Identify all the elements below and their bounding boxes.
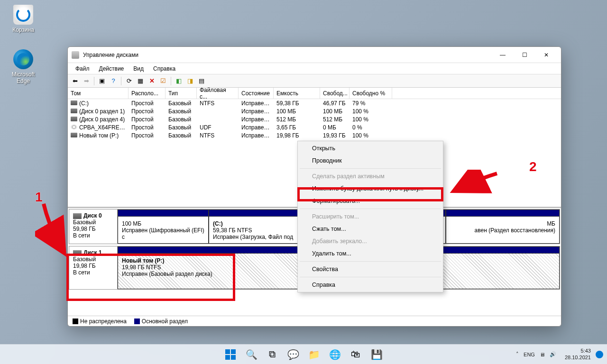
recycle-bin-label: Корзина	[7, 27, 40, 33]
tray-language[interactable]: ENG	[524, 352, 535, 357]
delete-button[interactable]: ✕	[147, 76, 157, 86]
col-free[interactable]: Свобод...	[320, 88, 349, 99]
chat-button[interactable]: 💬	[284, 346, 302, 364]
tool-c-button[interactable]: ▤	[196, 76, 207, 86]
legend-primary-swatch	[134, 318, 140, 324]
disk0-partition-recovery[interactable]: МБавен (Раздел восстановления)	[446, 209, 560, 244]
refresh-button[interactable]: ⟳	[124, 76, 134, 86]
disk0-partition-1[interactable]: 100 МБИсправен (Шифрованный (EFI) с	[118, 209, 209, 244]
check-button[interactable]: ☑	[158, 76, 168, 86]
disk-mgmt-button[interactable]: 💾	[368, 346, 386, 364]
taskbar: 🔍 ⧉ 💬 📁 🌐 🛍 💾 ˄ ENG 🖥 🔊 5:43 28.10.2021	[0, 344, 607, 364]
edge-icon	[13, 49, 33, 69]
maximize-button[interactable]: ☐	[514, 48, 535, 62]
network-icon[interactable]: 🖥	[540, 352, 545, 357]
desktop-recycle-bin[interactable]: Корзина	[7, 5, 40, 33]
tool-a-button[interactable]: ◧	[174, 76, 184, 86]
col-status[interactable]: Состояние	[239, 88, 274, 99]
ctx-shrink[interactable]: Сжать том...	[299, 223, 442, 235]
edge-label: Microsoft Edge	[7, 71, 40, 84]
notification-badge-icon[interactable]	[596, 351, 603, 358]
desktop-edge[interactable]: Microsoft Edge	[7, 49, 40, 84]
ctx-explorer[interactable]: Проводник	[299, 155, 442, 167]
system-tray[interactable]: ˄ ENG 🖥 🔊 5:43 28.10.2021	[516, 348, 603, 361]
col-filesystem[interactable]: Файловая с...	[197, 88, 239, 99]
explorer-button[interactable]: 📁	[305, 346, 323, 364]
ctx-format[interactable]: Форматировать...	[299, 195, 442, 207]
annotation-2: 2	[529, 159, 537, 174]
show-hide-button[interactable]: ▣	[97, 76, 107, 86]
settings-button[interactable]: ▦	[135, 76, 146, 86]
store-button[interactable]: 🛍	[347, 346, 365, 364]
search-button[interactable]: 🔍	[242, 346, 260, 364]
ctx-extend: Расширить том...	[299, 210, 442, 223]
annotation-1: 1	[35, 190, 43, 205]
app-icon	[72, 51, 79, 59]
titlebar[interactable]: Управление дисками — ☐ ✕	[68, 47, 561, 63]
ctx-change-letter[interactable]: Изменить букву диска или путь к диску...	[299, 182, 442, 195]
task-view-button[interactable]: ⧉	[263, 346, 281, 364]
recycle-bin-icon	[13, 5, 33, 25]
table-row[interactable]: (Диск 0 раздел 1)ПростойБазовыйИсправен.…	[68, 107, 561, 115]
close-button[interactable]: ✕	[535, 48, 557, 62]
menubar: Файл Действие Вид Справка	[68, 63, 561, 74]
menu-help[interactable]: Справка	[148, 64, 180, 74]
disk-icon	[73, 213, 82, 219]
clock[interactable]: 5:43 28.10.2021	[565, 348, 591, 361]
menu-file[interactable]: Файл	[71, 64, 94, 74]
col-layout[interactable]: Располо...	[129, 88, 166, 99]
table-row[interactable]: (Диск 0 раздел 4)ПростойБазовыйИсправен.…	[68, 115, 561, 123]
ctx-mirror: Добавить зеркало...	[299, 235, 442, 247]
minimize-button[interactable]: —	[492, 48, 514, 62]
col-type[interactable]: Тип	[166, 88, 197, 99]
help-button[interactable]: ?	[108, 76, 119, 86]
volume-icon[interactable]: 🔊	[550, 351, 556, 357]
tray-chevron-icon[interactable]: ˄	[516, 351, 519, 357]
legend: Не распределена Основной раздел	[68, 316, 561, 326]
menu-action[interactable]: Действие	[94, 64, 129, 74]
menu-view[interactable]: Вид	[129, 64, 148, 74]
table-row[interactable]: Новый том (P:)ПростойБазовыйNTFSИсправен…	[68, 131, 561, 139]
table-row[interactable]: (C:)ПростойБазовыйNTFSИсправен...59,38 Г…	[68, 99, 561, 107]
start-button[interactable]	[221, 346, 239, 364]
ctx-make-active: Сделать раздел активным	[299, 170, 442, 182]
ctx-help[interactable]: Справка	[299, 279, 442, 291]
ctx-open[interactable]: Открыть	[299, 142, 442, 155]
legend-unallocated-swatch	[73, 318, 78, 324]
volume-context-menu: Открыть Проводник Сделать раздел активны…	[297, 141, 443, 292]
toolbar: ⬅ ➡ ▣ ? ⟳ ▦ ✕ ☑ ◧ ◨ ▤	[68, 74, 561, 88]
table-row[interactable]: CPBA_X64FRE_RU-...ПростойБазовыйUDFИспра…	[68, 123, 561, 131]
edge-button[interactable]: 🌐	[326, 346, 344, 364]
forward-button[interactable]: ➡	[81, 76, 92, 86]
ctx-properties[interactable]: Свойства	[299, 263, 442, 275]
disk-icon	[73, 250, 82, 256]
window-title: Управление дисками	[83, 52, 138, 58]
ctx-delete[interactable]: Удалить том...	[299, 247, 442, 260]
back-button[interactable]: ⬅	[70, 76, 80, 86]
col-pct[interactable]: Свободно %	[349, 88, 392, 99]
col-volume[interactable]: Том	[68, 88, 129, 99]
tool-b-button[interactable]: ◨	[185, 76, 195, 86]
col-capacity[interactable]: Емкость	[274, 88, 320, 99]
